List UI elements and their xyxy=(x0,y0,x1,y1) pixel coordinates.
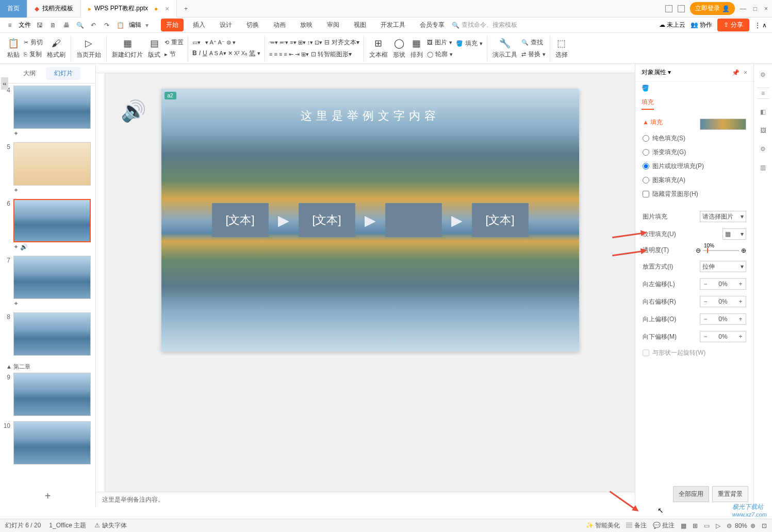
text-box-3[interactable] xyxy=(385,203,442,237)
select-button[interactable]: ⬚选择 xyxy=(553,36,570,60)
replace-button[interactable]: ⇄ 替换▾ xyxy=(520,49,547,60)
text-box-4[interactable]: [文本] xyxy=(472,203,529,237)
smart-beautify[interactable]: ✨ 智能美化 xyxy=(586,521,620,530)
cut-button[interactable]: ✂ 剪切 xyxy=(23,37,44,48)
find-button[interactable]: 🔍 查找 xyxy=(520,37,547,48)
print-preview-icon[interactable]: 🔍 xyxy=(75,21,85,30)
offset-bottom-spinner[interactable]: −0%+ xyxy=(700,331,746,342)
tab-review[interactable]: 审阅 xyxy=(322,19,344,31)
texture-dropdown[interactable]: ▦▾ xyxy=(722,228,746,240)
comments-toggle[interactable]: 💬 批注 xyxy=(653,521,675,530)
tab-document[interactable]: ▸WPS PPT教程.pptx●× xyxy=(81,0,177,18)
login-button[interactable]: 立即登录👤 xyxy=(690,2,735,15)
print-icon[interactable]: 🖶 xyxy=(62,21,71,30)
tab-slideshow[interactable]: 放映 xyxy=(295,19,318,31)
fill-button[interactable]: 🪣 填充▾ xyxy=(455,38,484,49)
close-icon[interactable]: × xyxy=(764,5,768,12)
zoom-in-icon[interactable]: ⊕ xyxy=(750,522,755,529)
slide-thumb[interactable]: 5✦ xyxy=(2,142,93,194)
pin-icon[interactable]: 📌 xyxy=(732,69,740,76)
close-tab-icon[interactable]: × xyxy=(165,5,169,13)
more-menu-icon[interactable]: ⋮ ∧ xyxy=(754,22,767,29)
command-search[interactable]: 🔍 查找命令、搜索模板 xyxy=(452,21,517,29)
view-slideshow-icon[interactable]: ▷ xyxy=(716,522,720,529)
section-button[interactable]: ▸ 节 xyxy=(163,49,185,60)
share-button[interactable]: ⇪ 分享 xyxy=(717,19,749,31)
save-icon[interactable]: 🖫 xyxy=(35,21,44,30)
slide-thumb[interactable]: 8 xyxy=(2,312,93,356)
hamburger-icon[interactable]: ≡ xyxy=(5,21,14,30)
radio-pattern-fill[interactable]: 图案填充(A) xyxy=(643,176,746,185)
tab-animation[interactable]: 动画 xyxy=(268,19,291,31)
offset-right-spinner[interactable]: −0%+ xyxy=(700,296,746,307)
save-as-icon[interactable]: 🗎 xyxy=(48,21,58,30)
undo-icon[interactable]: ↶ xyxy=(89,21,98,30)
pictures-button[interactable]: 🖼 图片▾ xyxy=(426,37,454,48)
side-tool-list-icon[interactable]: ≡ xyxy=(758,88,769,99)
view-normal-icon[interactable]: ▦ xyxy=(681,522,686,529)
section-header[interactable]: ▲ 第二章 xyxy=(2,361,93,373)
minus-icon[interactable]: ⊖ xyxy=(696,247,701,254)
slide-thumb[interactable]: 10 xyxy=(2,421,93,464)
cloud-status[interactable]: ☁ 未上云 xyxy=(659,21,685,29)
add-tab-button[interactable]: + xyxy=(177,5,194,12)
tab-start[interactable]: 开始 xyxy=(161,19,184,31)
view-reading-icon[interactable]: ▭ xyxy=(704,522,710,529)
side-tool-style[interactable]: ◧ xyxy=(758,106,769,118)
slide-canvas[interactable]: 🔊 a2 这里是举例文字内容 [文本] ▶ [文本] ▶ ▶ [文本] xyxy=(105,73,635,492)
apply-all-button[interactable]: 全部应用 xyxy=(673,486,709,502)
view-sorter-icon[interactable]: ⊞ xyxy=(693,522,698,529)
maximize-icon[interactable]: □ xyxy=(753,5,757,12)
fit-icon[interactable]: ⊡ xyxy=(762,522,767,529)
audio-icon[interactable]: 🔊 xyxy=(121,99,146,123)
missing-font-warning[interactable]: ⚠ 缺失字体 xyxy=(94,521,126,530)
tab-view[interactable]: 视图 xyxy=(349,19,371,31)
slides-list[interactable]: 4✦ 5✦ 6✦ 🔊 7✦ 8 ▲ 第二章 9 10 xyxy=(0,84,95,485)
side-tool-gear[interactable]: ⚙ xyxy=(758,143,769,155)
file-menu[interactable]: 文件 xyxy=(19,21,31,29)
tools-button[interactable]: 🔧演示工具 xyxy=(490,36,519,60)
close-panel-icon[interactable]: × xyxy=(744,69,747,76)
opacity-slider[interactable]: ⊖ 10% ⊕ xyxy=(696,247,746,254)
grid-icon-1[interactable] xyxy=(665,5,672,12)
tab-templates[interactable]: ◆找稻壳模板 xyxy=(27,0,81,18)
copy-button[interactable]: ⎘ 复制 xyxy=(23,49,44,60)
tab-premium[interactable]: 会员专享 xyxy=(415,19,450,31)
shapes-button[interactable]: ◯形状 xyxy=(391,36,407,60)
reset-bg-button[interactable]: 重置背景 xyxy=(712,486,748,502)
format-painter-button[interactable]: 🖌格式刷 xyxy=(45,36,68,60)
zoom-control[interactable]: ⊖ 80% ⊕ xyxy=(727,522,755,529)
edit-menu[interactable]: 编辑 xyxy=(129,21,141,29)
side-tool-settings[interactable]: ⚙ xyxy=(758,69,769,80)
slide-thumb[interactable]: 4✦ xyxy=(2,86,93,137)
side-tool-layout[interactable]: ▥ xyxy=(758,162,769,173)
fill-tab[interactable]: 填充 xyxy=(642,98,654,110)
radio-picture-fill[interactable]: 图片或纹理填充(P) xyxy=(643,162,746,171)
from-current-button[interactable]: ▷当页开始 xyxy=(74,36,103,60)
pic-fill-dropdown[interactable]: 请选择图片▾ xyxy=(700,211,746,222)
new-slide-button[interactable]: ▦新建幻灯片 xyxy=(110,36,145,60)
redo-icon[interactable]: ↷ xyxy=(102,21,111,30)
grid-icon-2[interactable] xyxy=(678,5,685,12)
tab-design[interactable]: 设计 xyxy=(215,19,237,31)
add-slide-button[interactable]: + xyxy=(0,485,95,507)
notes-toggle[interactable]: ▤ 备注 xyxy=(626,521,646,530)
slide-thumb[interactable]: 7✦ xyxy=(2,256,93,307)
tab-developer[interactable]: 开发工具 xyxy=(375,19,410,31)
text-box-2[interactable]: [文本] xyxy=(299,203,355,237)
plus-icon[interactable]: ⊕ xyxy=(741,247,746,254)
slides-tab[interactable]: 幻灯片 xyxy=(46,67,81,80)
radio-gradient-fill[interactable]: 渐变填充(G) xyxy=(643,148,746,157)
minimize-icon[interactable]: — xyxy=(740,5,746,12)
placement-dropdown[interactable]: 拉伸▾ xyxy=(700,261,746,272)
offset-left-spinner[interactable]: −0%+ xyxy=(700,278,746,290)
arrange-button[interactable]: ▦排列 xyxy=(408,36,425,60)
reset-button[interactable]: ⟲ 重置 xyxy=(163,37,185,48)
tab-transition[interactable]: 切换 xyxy=(241,19,264,31)
text-box-1[interactable]: [文本] xyxy=(212,203,269,237)
textbox-button[interactable]: ⊞文本框 xyxy=(367,36,390,60)
offset-top-spinner[interactable]: −0%+ xyxy=(700,313,746,325)
layout-button[interactable]: ▤版式 xyxy=(146,36,162,60)
collab-button[interactable]: 👥 协作 xyxy=(691,21,712,29)
clipboard-icon[interactable]: 📋 xyxy=(116,21,125,30)
